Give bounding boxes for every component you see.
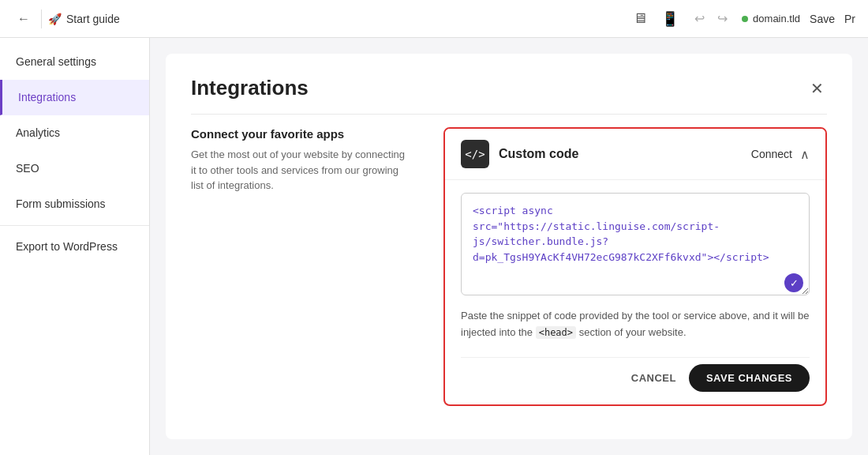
code-hint: Paste the snippet of code provided by th… — [461, 308, 810, 341]
panel: Integrations ✕ Connect your favorite app… — [166, 54, 852, 439]
panel-header: Integrations ✕ — [191, 76, 827, 115]
chevron-up-icon: ∧ — [800, 148, 810, 161]
connect-button[interactable]: Connect — [751, 148, 792, 160]
check-badge: ✓ — [784, 273, 803, 292]
code-brackets-icon: </> — [465, 148, 485, 160]
topbar-left: ← 🚀 Start guide — [13, 8, 620, 30]
code-body: <script async src="https://static.lingui… — [445, 180, 825, 404]
code-textarea[interactable]: <script async src="https://static.lingui… — [461, 193, 810, 295]
connect-description-text: Get the most out of your website by conn… — [191, 147, 412, 194]
sidebar-item-form-submissions[interactable]: Form submissions — [0, 186, 149, 222]
check-icon: ✓ — [790, 277, 799, 289]
pr-button[interactable]: Pr — [844, 13, 855, 25]
sidebar-item-label: General settings — [16, 55, 96, 68]
save-button-top[interactable]: Save — [810, 13, 835, 25]
close-icon: ✕ — [810, 80, 824, 97]
topbar-divider — [41, 9, 42, 28]
sidebar: General settings Integrations Analytics … — [0, 38, 150, 455]
back-button[interactable]: ← — [13, 8, 35, 30]
connect-section: Connect your favorite apps Get the most … — [191, 127, 827, 406]
custom-code-header: </> Custom code Connect ∧ — [445, 129, 825, 180]
connect-description: Connect your favorite apps Get the most … — [191, 127, 412, 406]
content-area: Integrations ✕ Connect your favorite app… — [150, 38, 868, 455]
close-button[interactable]: ✕ — [807, 76, 827, 101]
custom-code-left: </> Custom code — [461, 140, 578, 168]
save-changes-button[interactable]: SAVE CHANGES — [689, 364, 810, 392]
custom-code-label: Custom code — [499, 147, 578, 161]
desktop-icon: 🖥 — [633, 10, 647, 26]
undo-redo-group: ↩ ↪ — [690, 8, 732, 29]
back-icon: ← — [17, 12, 30, 26]
sidebar-item-integrations[interactable]: Integrations — [0, 80, 149, 115]
online-status-dot — [742, 16, 748, 22]
code-icon-box: </> — [461, 140, 489, 168]
code-hint-tag: <head> — [536, 326, 576, 339]
chevron-up-button[interactable]: ∧ — [800, 147, 810, 162]
main-layout: General settings Integrations Analytics … — [0, 38, 868, 455]
start-guide-label: Start guide — [66, 13, 120, 25]
mobile-device-button[interactable]: 📱 — [658, 7, 682, 31]
custom-code-right: Connect ∧ — [751, 147, 810, 162]
domain-label: domain.tld — [753, 13, 800, 24]
topbar: ← 🚀 Start guide 🖥 📱 ↩ ↪ domain.tld Save … — [0, 0, 868, 38]
sidebar-item-export-to-wordpress[interactable]: Export to WordPress — [0, 229, 149, 265]
mobile-icon: 📱 — [661, 11, 679, 27]
cancel-button[interactable]: CANCEL — [631, 372, 676, 384]
undo-button[interactable]: ↩ — [690, 8, 709, 29]
custom-code-card: </> Custom code Connect ∧ — [443, 127, 827, 406]
connect-title: Connect your favorite apps — [191, 127, 412, 141]
sidebar-item-seo[interactable]: SEO — [0, 151, 149, 186]
sidebar-item-label: Analytics — [16, 126, 60, 139]
sidebar-item-label: Form submissions — [16, 197, 106, 210]
rocket-icon: 🚀 — [48, 13, 62, 25]
topbar-center: 🖥 📱 ↩ ↪ — [630, 7, 732, 31]
code-textarea-wrapper: <script async src="https://static.lingui… — [461, 193, 810, 299]
sidebar-item-label: SEO — [16, 162, 39, 175]
topbar-right: domain.tld Save Pr — [742, 13, 855, 25]
redo-button[interactable]: ↪ — [713, 8, 732, 29]
sidebar-item-label: Integrations — [18, 91, 76, 103]
sidebar-item-label: Export to WordPress — [16, 240, 118, 253]
sidebar-divider — [0, 225, 149, 226]
sidebar-item-general-settings[interactable]: General settings — [0, 44, 149, 80]
domain-indicator: domain.tld — [742, 13, 800, 24]
code-actions: CANCEL SAVE CHANGES — [461, 357, 810, 392]
desktop-device-button[interactable]: 🖥 — [630, 7, 650, 30]
code-hint-text2: section of your website. — [576, 326, 686, 338]
sidebar-item-analytics[interactable]: Analytics — [0, 115, 149, 151]
start-guide-button[interactable]: 🚀 Start guide — [48, 13, 120, 25]
page-title: Integrations — [191, 76, 309, 100]
